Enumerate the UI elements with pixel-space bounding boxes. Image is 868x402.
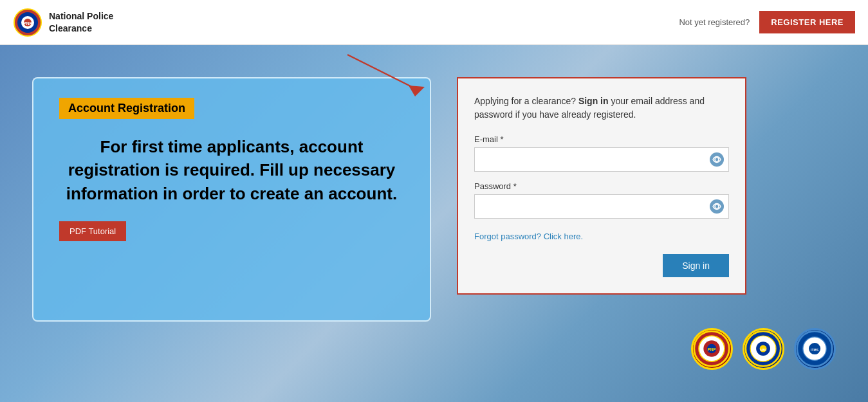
account-registration-badge: Account Registration	[59, 98, 194, 119]
register-here-button[interactable]: REGISTER HERE	[759, 11, 855, 33]
pdf-tutorial-button[interactable]: PDF Tutorial	[59, 221, 126, 241]
svg-line-5	[347, 55, 418, 90]
not-registered-label: Not yet registered?	[679, 17, 750, 27]
logo-area: PNP National Police Clearance	[13, 8, 113, 37]
header-right: Not yet registered? REGISTER HERE	[679, 11, 855, 33]
header: PNP National Police Clearance Not yet re…	[0, 0, 868, 45]
sign-in-button[interactable]: Sign in	[663, 254, 729, 277]
svg-text:PNP: PNP	[23, 21, 33, 26]
email-input[interactable]	[474, 147, 729, 172]
password-form-group: Password *	[474, 181, 729, 219]
forgot-password-link[interactable]: Forgot password? Click here.	[474, 232, 729, 241]
svg-text:PNP: PNP	[708, 347, 717, 352]
svg-marker-6	[409, 86, 425, 96]
left-panel-text: For first time applicants, account regis…	[59, 135, 404, 205]
svg-text:ITMS: ITMS	[811, 348, 819, 352]
pnp-org-logo: PNP	[691, 328, 733, 370]
pnp-shield-icon: PNP	[13, 8, 42, 37]
login-panel: Applying for a clearance? Sign in your e…	[457, 77, 746, 295]
email-input-wrapper	[474, 147, 729, 172]
nbi-org-logo: NBI	[743, 328, 784, 370]
email-eye-icon[interactable]	[710, 152, 724, 167]
left-panel: Account Registration For first time appl…	[32, 77, 431, 322]
itms-org-logo: ITMS	[794, 328, 836, 370]
svg-point-8	[715, 205, 719, 208]
svg-text:NBI: NBI	[760, 348, 766, 352]
bottom-logos: PNP NBI ITMS	[691, 328, 836, 370]
password-label: Password *	[474, 181, 729, 191]
email-form-group: E-mail *	[474, 134, 729, 172]
sign-in-prompt: Applying for a clearance? Sign in your e…	[474, 95, 729, 122]
arrow-annotation	[270, 48, 450, 100]
logo-text: National Police Clearance	[49, 10, 113, 33]
email-label: E-mail *	[474, 134, 729, 144]
main-background: Account Registration For first time appl…	[0, 45, 868, 402]
password-input-wrapper	[474, 194, 729, 219]
password-input[interactable]	[474, 194, 729, 219]
password-eye-icon[interactable]	[710, 199, 724, 214]
svg-point-7	[715, 158, 719, 161]
sign-in-btn-row: Sign in	[474, 254, 729, 277]
